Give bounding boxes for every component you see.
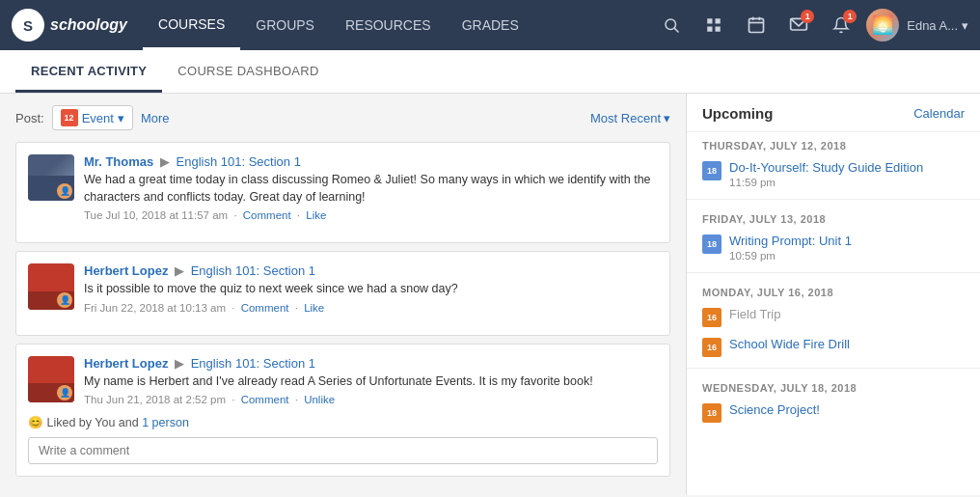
upcoming-title: Upcoming bbox=[702, 105, 773, 122]
liked-text: Liked by You and bbox=[46, 416, 142, 429]
calendar-icon-3: 18 bbox=[702, 403, 721, 423]
svg-rect-6 bbox=[749, 18, 764, 32]
feed-meta-2: Fri Jun 22, 2018 at 10:13 am · Comment ·… bbox=[84, 302, 658, 314]
upcoming-item-3: 16 Field Trip bbox=[687, 302, 980, 332]
like-link-2[interactable]: Like bbox=[304, 302, 324, 314]
upcoming-item-info-2: Writing Prompt: Unit 1 10:59 pm bbox=[729, 234, 965, 262]
feed-card-1: 👤 Mr. Thomas ▶ English 101: Section 1 We… bbox=[15, 142, 670, 243]
feed-date-1: Tue Jul 10, 2018 at 11:57 am bbox=[84, 209, 228, 221]
upcoming-item-1: 18 Do-It-Yourself: Study Guide Edition 1… bbox=[687, 155, 980, 193]
calendar-icon[interactable] bbox=[739, 8, 774, 42]
date-header-4: WEDNESDAY, JULY 18, 2018 bbox=[687, 374, 980, 398]
feed-arrow-1: ▶ bbox=[160, 154, 170, 169]
chevron-down-icon: ▾ bbox=[962, 18, 968, 33]
svg-rect-2 bbox=[707, 18, 712, 23]
feed-content-1: Mr. Thomas ▶ English 101: Section 1 We h… bbox=[84, 154, 658, 221]
feed-header-1: Mr. Thomas ▶ English 101: Section 1 bbox=[84, 154, 658, 169]
feed-content-2: Herbert Lopez ▶ English 101: Section 1 I… bbox=[84, 263, 658, 314]
most-recent-chevron-icon: ▾ bbox=[664, 111, 670, 125]
notifications-icon[interactable]: 1 bbox=[824, 8, 858, 42]
nav-courses[interactable]: COURSES bbox=[143, 0, 240, 50]
nav-groups[interactable]: GROUPS bbox=[240, 0, 330, 50]
feed-text-2: Is it possible to move the quiz to next … bbox=[84, 281, 658, 298]
course-link-3[interactable]: English 101: Section 1 bbox=[191, 356, 315, 371]
upcoming-item-title-1[interactable]: Do-It-Yourself: Study Guide Edition bbox=[729, 160, 965, 177]
date-header-2: FRIDAY, JULY 13, 2018 bbox=[687, 206, 980, 229]
upcoming-item-time-2: 10:59 pm bbox=[729, 250, 965, 262]
logo-text: schoology bbox=[50, 16, 127, 34]
avatar-sub-icon-3: 👤 bbox=[57, 385, 72, 400]
author-mr-thomas[interactable]: Mr. Thomas bbox=[84, 154, 153, 169]
svg-rect-4 bbox=[707, 27, 712, 32]
feed-text-1: We had a great time today in class discu… bbox=[84, 172, 658, 206]
tab-course-dashboard[interactable]: COURSE DASHBOARD bbox=[162, 50, 334, 93]
divider-3 bbox=[687, 368, 980, 369]
more-btn-label: More bbox=[141, 111, 170, 125]
search-icon[interactable] bbox=[654, 8, 689, 42]
main-layout: Post: 12 Event ▾ More Most Recent ▾ bbox=[0, 94, 980, 495]
post-label: Post: bbox=[15, 111, 44, 125]
messages-icon[interactable]: 1 bbox=[781, 8, 816, 42]
upcoming-item-title-3[interactable]: Field Trip bbox=[729, 307, 965, 323]
svg-rect-3 bbox=[716, 18, 721, 23]
logo-circle: S bbox=[12, 9, 44, 41]
unlike-link-3[interactable]: Unlike bbox=[304, 394, 335, 405]
calendar-link[interactable]: Calendar bbox=[913, 106, 965, 121]
like-link-1[interactable]: Like bbox=[306, 209, 326, 221]
date-header-3: MONDAY, JULY 16, 2018 bbox=[687, 279, 980, 302]
logo-initial: S bbox=[23, 17, 33, 34]
feed-date-3: Thu Jun 21, 2018 at 2:52 pm bbox=[84, 394, 226, 405]
post-more-button[interactable]: More bbox=[141, 111, 170, 125]
user-name[interactable]: Edna A... ▾ bbox=[907, 18, 968, 33]
comment-link-1[interactable]: Comment bbox=[243, 209, 291, 221]
nav-grades[interactable]: GRADES bbox=[447, 0, 534, 50]
avatar-herbert-1: 👤 bbox=[28, 263, 74, 310]
feed-meta-1: Tue Jul 10, 2018 at 11:57 am · Comment ·… bbox=[84, 209, 658, 221]
calendar-icon-1: 16 bbox=[702, 308, 721, 327]
author-herbert-2[interactable]: Herbert Lopez bbox=[84, 356, 168, 371]
messages-badge: 1 bbox=[801, 10, 814, 23]
post-bar: Post: 12 Event ▾ More Most Recent ▾ bbox=[15, 105, 670, 130]
avatar-sub-icon: 👤 bbox=[57, 183, 72, 199]
feed-item-1: 👤 Mr. Thomas ▶ English 101: Section 1 We… bbox=[28, 154, 658, 221]
assignment-icon-2: 18 bbox=[702, 235, 721, 254]
tab-recent-activity[interactable]: RECENT ACTIVITY bbox=[15, 50, 162, 93]
most-recent-button[interactable]: Most Recent ▾ bbox=[590, 111, 670, 125]
upcoming-item-5: 18 Science Project! bbox=[687, 398, 980, 428]
comment-link-2[interactable]: Comment bbox=[241, 302, 289, 314]
avatar-mr-thomas: 👤 bbox=[28, 154, 74, 201]
liked-person-link[interactable]: 1 person bbox=[142, 416, 189, 429]
logo[interactable]: S schoology bbox=[12, 9, 127, 41]
author-herbert-1[interactable]: Herbert Lopez bbox=[84, 263, 168, 278]
upcoming-item-title-4[interactable]: School Wide Fire Drill bbox=[729, 337, 965, 353]
calendar-icon-2: 16 bbox=[702, 338, 721, 357]
feed-text-3: My name is Herbert and I've already read… bbox=[84, 373, 658, 391]
feed-card-3: 👤 Herbert Lopez ▶ English 101: Section 1… bbox=[15, 344, 670, 478]
svg-line-1 bbox=[675, 28, 679, 32]
date-header-1: THURSDAY, JULY 12, 2018 bbox=[687, 132, 980, 155]
post-event-button[interactable]: 12 Event ▾ bbox=[52, 105, 133, 130]
feed-date-2: Fri Jun 22, 2018 at 10:13 am bbox=[84, 302, 226, 314]
notifications-badge: 1 bbox=[843, 10, 857, 23]
upcoming-item-info-4: School Wide Fire Drill bbox=[729, 337, 965, 353]
course-link-1[interactable]: English 101: Section 1 bbox=[177, 154, 301, 169]
upcoming-item-info-1: Do-It-Yourself: Study Guide Edition 11:5… bbox=[729, 160, 965, 188]
grid-icon[interactable] bbox=[696, 8, 731, 42]
feed-header-2: Herbert Lopez ▶ English 101: Section 1 bbox=[84, 263, 658, 278]
upcoming-header: Upcoming Calendar bbox=[687, 94, 980, 132]
upcoming-item-info-3: Field Trip bbox=[729, 307, 965, 323]
comment-link-3[interactable]: Comment bbox=[241, 394, 289, 405]
svg-rect-5 bbox=[716, 27, 721, 32]
avatar[interactable]: 🌅 bbox=[866, 9, 899, 41]
nav-resources[interactable]: RESOURCES bbox=[330, 0, 447, 50]
upcoming-item-title-2[interactable]: Writing Prompt: Unit 1 bbox=[729, 234, 965, 250]
upcoming-item-title-5[interactable]: Science Project! bbox=[729, 402, 965, 419]
post-bar-right: Most Recent ▾ bbox=[590, 111, 670, 125]
course-link-2[interactable]: English 101: Section 1 bbox=[191, 263, 315, 278]
feed-header-3: Herbert Lopez ▶ English 101: Section 1 bbox=[84, 356, 658, 371]
divider-1 bbox=[687, 199, 980, 200]
liked-bar: 😊 Liked by You and 1 person bbox=[28, 415, 658, 429]
nav-right: 1 1 🌅 Edna A... ▾ bbox=[654, 8, 968, 42]
comment-input[interactable] bbox=[28, 437, 658, 464]
top-nav: S schoology COURSES GROUPS RESOURCES GRA… bbox=[0, 0, 980, 50]
